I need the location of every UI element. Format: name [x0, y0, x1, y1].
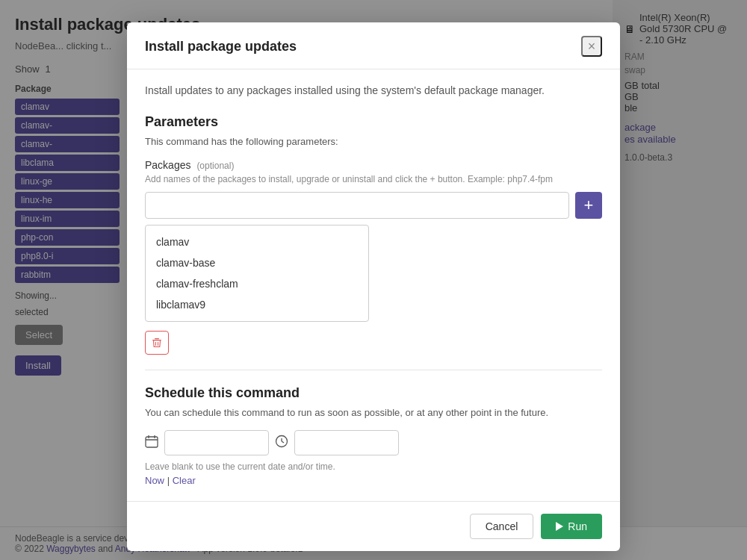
schedule-date-input[interactable]: [164, 430, 269, 455]
modal-close-button[interactable]: ×: [581, 36, 602, 57]
dropdown-item-clamav-freshclam[interactable]: clamav-freshclam: [146, 273, 368, 294]
add-package-button[interactable]: +: [575, 192, 602, 219]
packages-dropdown: clamav clamav-base clamav-freshclam libc…: [145, 225, 369, 322]
svg-line-10: [282, 441, 284, 443]
modal-body: Install updates to any packages installe…: [127, 69, 620, 501]
packages-optional: (optional): [196, 161, 234, 171]
schedule-heading: Schedule this command: [145, 385, 602, 401]
clock-icon: [275, 435, 288, 451]
modal-description: Install updates to any packages installe…: [145, 84, 602, 96]
delete-package-button[interactable]: [145, 331, 169, 355]
modal-dialog: Install package updates × Install update…: [127, 22, 620, 551]
schedule-separator: |: [167, 475, 173, 486]
calendar-icon: [145, 435, 158, 451]
svg-rect-4: [146, 437, 158, 447]
schedule-links: Now | Clear: [145, 475, 602, 486]
packages-input-row: +: [145, 192, 602, 219]
schedule-inputs-row: [145, 430, 602, 455]
packages-hint: Add names of the packages to install, up…: [145, 174, 602, 184]
clear-link[interactable]: Clear: [173, 475, 196, 486]
dropdown-item-libclamav9[interactable]: libclamav9: [146, 294, 368, 315]
packages-label: Packages (optional): [145, 159, 602, 171]
run-label: Run: [568, 520, 587, 532]
play-icon: [556, 522, 563, 531]
schedule-subtitle: You can schedule this command to run as …: [145, 407, 602, 418]
now-link[interactable]: Now: [145, 475, 164, 486]
schedule-hint: Leave blank to use the current date and/…: [145, 461, 602, 472]
dropdown-item-clamav-base[interactable]: clamav-base: [146, 252, 368, 273]
parameters-subtitle: This command has the following parameter…: [145, 136, 602, 147]
packages-input[interactable]: [145, 192, 569, 219]
cancel-button[interactable]: Cancel: [470, 514, 534, 539]
run-button[interactable]: Run: [541, 514, 602, 539]
svg-rect-1: [155, 338, 159, 339]
modal-footer: Cancel Run: [127, 501, 620, 551]
modal-header: Install package updates ×: [127, 22, 620, 69]
dropdown-item-clamav[interactable]: clamav: [146, 231, 368, 252]
svg-rect-0: [152, 340, 161, 340]
modal-title: Install package updates: [145, 39, 297, 55]
parameters-heading: Parameters: [145, 114, 602, 130]
schedule-time-input[interactable]: [294, 430, 399, 455]
schedule-section: Schedule this command You can schedule t…: [145, 370, 602, 486]
